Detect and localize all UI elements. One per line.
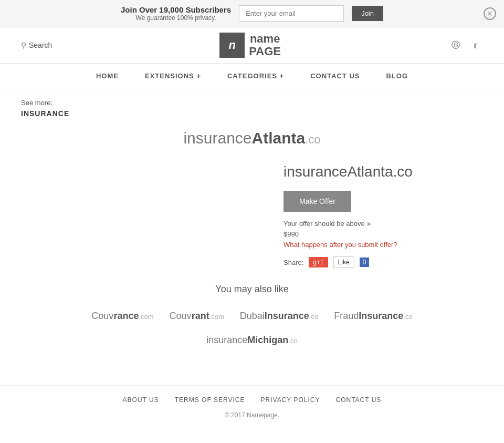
domain-logo-bold: Atlanta — [252, 129, 306, 147]
offer-above-label: Your offer should be above — [284, 220, 365, 228]
list-item[interactable]: FraudInsurance.co — [331, 308, 415, 324]
domain-badge: DubaiInsurance.co — [240, 311, 318, 321]
offer-info: Your offer should be above ▶ — [284, 220, 483, 228]
domain-badge: Couvrant.com — [170, 311, 224, 321]
domain-logo-tld: .co — [305, 133, 320, 146]
list-item[interactable]: Couvrant.com — [167, 308, 227, 324]
logo-page: PAGE — [249, 45, 281, 58]
domain-badge: FraudInsurance.co — [334, 311, 412, 321]
domain-section: insuranceAtlanta.co insuranceAtlanta.co … — [21, 128, 483, 268]
footer-copyright: © 2017 Namepage. — [21, 411, 483, 419]
domain-title: insuranceAtlanta.co — [284, 163, 483, 180]
banner-title: Join Over 19,000 Subscribers — [121, 5, 231, 14]
list-item[interactable]: DubaiInsurance.co — [237, 308, 321, 324]
list-item[interactable]: insuranceMichigan.co — [204, 332, 300, 348]
nav-blog[interactable]: BLOG — [373, 64, 421, 88]
footer: ABOUT US TERMS OF SERVICE PRIVACY POLICY… — [0, 386, 504, 429]
banner-text: Join Over 19,000 Subscribers We guarante… — [121, 5, 231, 22]
make-offer-button[interactable]: Make Offer — [284, 191, 351, 212]
facebook-like-button[interactable]: Like — [333, 256, 354, 268]
domain-badge: insuranceMichigan.co — [206, 335, 297, 345]
footer-contact[interactable]: CONTACT US — [335, 396, 381, 404]
domain-logo-image: insuranceAtlanta.co — [183, 128, 320, 148]
see-more-label: See more: — [21, 99, 483, 107]
twitter-icon[interactable]: 𝕣 — [468, 38, 483, 53]
domain-content: insuranceAtlanta.co Make Offer Your offe… — [21, 163, 483, 268]
logo-text: name PAGE — [249, 33, 281, 58]
category-label: INSURANCE — [21, 109, 483, 118]
nav-extensions[interactable]: EXTENSIONS + — [132, 64, 214, 88]
join-button[interactable]: Join — [352, 6, 383, 21]
search-label: Search — [29, 41, 52, 49]
share-section: Share: g+1 Like 0 — [284, 256, 483, 268]
email-input[interactable] — [239, 5, 344, 22]
banner-subtitle: We guarantee 100% privacy. — [121, 14, 231, 22]
logo-icon: n — [219, 33, 245, 58]
footer-about[interactable]: ABOUT US — [123, 396, 159, 404]
offer-price: $990 — [284, 230, 483, 238]
logo[interactable]: n name PAGE — [219, 33, 281, 58]
facebook-icon[interactable]: Ⓑ — [448, 38, 463, 53]
footer-privacy[interactable]: PRIVACY POLICY — [261, 396, 320, 404]
also-like-section: You may also like Couvrance.com Couvrant… — [21, 284, 483, 348]
header: ⚲ Search n name PAGE Ⓑ 𝕣 — [0, 27, 504, 64]
domain-badge: Couvrance.com — [91, 311, 153, 321]
domain-logo-prefix: insurance — [183, 129, 251, 147]
domain-right: insuranceAtlanta.co Make Offer Your offe… — [284, 163, 483, 268]
search-icon: ⚲ — [21, 41, 26, 49]
google-plus-button[interactable]: g+1 — [309, 257, 328, 267]
logo-box: n name PAGE — [219, 33, 281, 58]
offer-link[interactable]: What happens after you submit offer? — [284, 241, 483, 249]
also-like-grid: Couvrance.com Couvrant.com DubaiInsuranc… — [21, 308, 483, 324]
logo-name: name — [249, 33, 281, 45]
fb-count: 0 — [360, 257, 370, 267]
also-like-title: You may also like — [21, 284, 483, 295]
nav-categories[interactable]: CATEGORIES + — [214, 64, 297, 88]
main-content: See more: INSURANCE insuranceAtlanta.co … — [0, 88, 504, 369]
close-banner-button[interactable]: ✕ — [484, 7, 496, 20]
nav-contact[interactable]: CONTACT US — [297, 64, 373, 88]
main-nav: HOME EXTENSIONS + CATEGORIES + CONTACT U… — [0, 64, 504, 88]
top-banner: Join Over 19,000 Subscribers We guarante… — [0, 0, 504, 27]
share-label: Share: — [284, 259, 303, 266]
also-like-grid-2: insuranceMichigan.co — [21, 332, 483, 348]
list-item[interactable]: Couvrance.com — [89, 308, 156, 324]
footer-nav: ABOUT US TERMS OF SERVICE PRIVACY POLICY… — [21, 396, 483, 404]
arrow-icon: ▶ — [368, 221, 372, 226]
search-area[interactable]: ⚲ Search — [21, 41, 52, 49]
social-icons: Ⓑ 𝕣 — [448, 38, 483, 53]
footer-terms[interactable]: TERMS OF SERVICE — [175, 396, 245, 404]
fb-like-label: Like — [338, 259, 350, 266]
nav-home[interactable]: HOME — [83, 64, 132, 88]
